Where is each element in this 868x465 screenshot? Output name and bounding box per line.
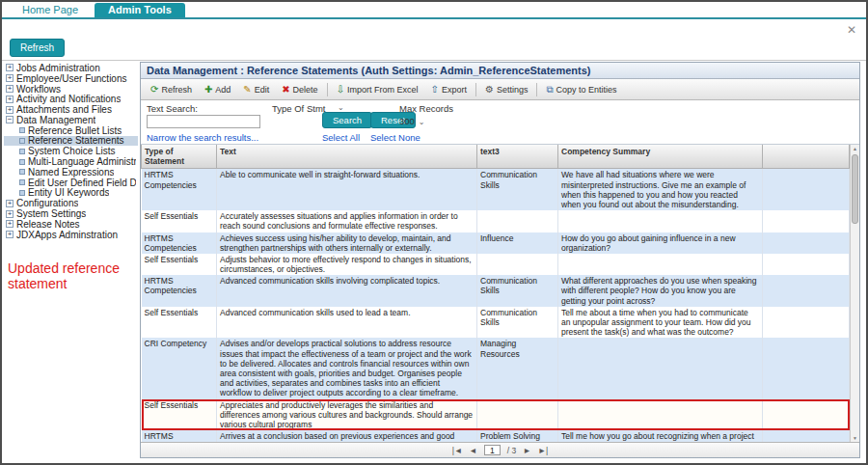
column-header-type-of-statement[interactable]: Type of Statement	[142, 145, 217, 169]
copy-to-entities-button[interactable]: ⧉Copy to Entities	[540, 83, 622, 96]
tab-admin-tools[interactable]: Admin Tools	[95, 3, 185, 17]
column-header-text[interactable]: Text	[217, 145, 477, 169]
sidebar-item-label: Edit User Defined Field Definitions	[28, 178, 136, 188]
sidebar-item-jdxapps-adminstration[interactable]: +JDXApps Adminstration	[4, 230, 138, 240]
toolbar-button-label: Import From Excel	[347, 85, 419, 95]
table-cell: Able to communicate well in straight-for…	[217, 169, 477, 210]
first-page-button[interactable]: |◄	[452, 446, 463, 455]
edit-button[interactable]: ✎Edit	[237, 83, 275, 96]
settings-button[interactable]: ⚙Settings	[479, 83, 534, 96]
expand-icon[interactable]: +	[6, 74, 14, 82]
select-none-link[interactable]: Select None	[370, 132, 420, 143]
max-records-select[interactable]: 300⌄	[399, 116, 425, 126]
expand-icon[interactable]: +	[6, 231, 14, 238]
sidebar-item-label: Data Management	[16, 115, 95, 125]
sidebar-item-reference-statements[interactable]: Reference Statements	[4, 136, 138, 147]
column-header-text3[interactable]: text3	[477, 145, 558, 169]
table-row[interactable]: HRTMS CompetenciesArrives at a conclusio…	[142, 430, 850, 442]
vertical-scrollbar[interactable]: ▲ ▼	[850, 145, 859, 442]
sidebar-item-data-management[interactable]: −Data Management	[4, 115, 138, 125]
table-cell	[763, 210, 850, 232]
sidebar-item-multi-language-administration[interactable]: Multi-Language Administration	[4, 156, 138, 167]
tab-home-page[interactable]: Home Page	[8, 3, 93, 17]
table-row[interactable]: HRTMS CompetenciesAdvanced communication…	[142, 275, 850, 307]
column-header-blank[interactable]	[763, 145, 850, 169]
export-button[interactable]: ⇧Export	[425, 83, 473, 96]
sidebar-item-system-choice-lists[interactable]: System Choice Lists	[4, 146, 138, 156]
app-window: Home Page Admin Tools ✕ Refresh +Jobs Ad…	[0, 0, 868, 465]
sidebar-item-label: Release Notes	[16, 219, 80, 230]
edit-icon: ✎	[243, 85, 251, 95]
toolbar: ⟳Refresh✚Add✎Edit✖Delete⇩Import From Exc…	[141, 79, 859, 100]
chevron-down-icon: ⌄	[419, 118, 425, 126]
table-cell: What different approaches do you use whe…	[558, 275, 763, 307]
import-from-excel-button[interactable]: ⇩Import From Excel	[331, 83, 424, 96]
copy-icon: ⧉	[546, 85, 553, 95]
expand-icon[interactable]: +	[6, 106, 14, 114]
expand-icon[interactable]: +	[6, 85, 14, 93]
table-cell	[558, 399, 763, 431]
expand-icon[interactable]: +	[6, 64, 14, 71]
grid-header-row: Type of StatementTexttext3Competency Sum…	[142, 145, 850, 169]
grid-body: HRTMS CompetenciesAble to communicate we…	[142, 169, 850, 442]
type-of-stmt-select[interactable]: ⌄	[334, 102, 349, 112]
refresh-page-button[interactable]: Refresh	[10, 39, 65, 57]
sidebar-item-attachments-and-files[interactable]: +Attachments and Files	[4, 104, 138, 115]
table-row[interactable]: CRI CompetencyAdvises and/or develops pr…	[142, 338, 850, 398]
page-number-input[interactable]: 1	[484, 445, 501, 455]
scroll-down-icon[interactable]: ▼	[851, 435, 859, 441]
next-page-button[interactable]: ►	[523, 446, 530, 455]
scrollbar-thumb[interactable]	[852, 154, 858, 224]
table-row[interactable]: HRTMS CompetenciesAble to communicate we…	[142, 169, 850, 210]
table-cell: Accurately assesses situations and appli…	[217, 210, 477, 232]
narrow-results-link[interactable]: Narrow the search results...	[147, 132, 258, 143]
sidebar-item-label: Reference Bullet Lists	[28, 125, 122, 136]
expand-icon[interactable]: +	[6, 200, 14, 207]
table-row[interactable]: Self EssentialsAdjusts behavior to more …	[142, 254, 850, 275]
max-records-value: 300	[399, 116, 415, 126]
table-cell	[477, 210, 558, 232]
sidebar-item-workflows[interactable]: +Workflows	[4, 84, 138, 95]
refresh-button[interactable]: ⟳Refresh	[145, 83, 198, 96]
expand-icon[interactable]: +	[6, 220, 14, 228]
expand-icon[interactable]: +	[6, 96, 14, 103]
table-cell: We have all had situations where we were…	[558, 169, 763, 210]
column-header-competency-summary[interactable]: Competency Summary	[558, 145, 763, 169]
sidebar-item-activity-and-notifications[interactable]: +Activity and Notifications	[4, 94, 138, 104]
table-cell: Adjusts behavior to more effectively res…	[217, 254, 477, 275]
last-page-button[interactable]: ►|	[538, 446, 549, 455]
sidebar-item-jobs-administration[interactable]: +Jobs Administration	[4, 63, 138, 73]
sidebar-item-system-settings[interactable]: +System Settings	[4, 208, 138, 219]
sidebar-item-configurations[interactable]: +Configurations	[4, 198, 138, 208]
text-search-input[interactable]	[147, 115, 260, 128]
sidebar-item-named-expressions[interactable]: Named Expressions	[4, 167, 138, 178]
table-row[interactable]: HRTMS CompetenciesAchieves success using…	[142, 232, 850, 254]
table-cell	[477, 399, 558, 431]
table-cell	[763, 275, 850, 307]
sidebar-item-employee-user-functions[interactable]: +Employee/User Functions	[4, 73, 138, 84]
expand-icon[interactable]: +	[6, 210, 14, 218]
sidebar-item-entity-ui-keywords[interactable]: Entity UI Keywords	[4, 188, 138, 199]
sidebar-item-release-notes[interactable]: +Release Notes	[4, 219, 138, 230]
delete-button[interactable]: ✖Delete	[276, 83, 323, 96]
sidebar-item-label: System Settings	[16, 208, 86, 219]
add-button[interactable]: ✚Add	[199, 83, 236, 96]
search-button[interactable]: Search	[322, 112, 372, 128]
sidebar-item-edit-user-defined-field-definitions[interactable]: Edit User Defined Field Definitions	[4, 178, 138, 188]
collapse-icon[interactable]: −	[6, 116, 14, 123]
table-cell	[763, 254, 850, 275]
tree-leaf-icon	[19, 190, 25, 196]
sidebar-item-label: Workflows	[16, 84, 61, 95]
table-row[interactable]: Self EssentialsAppreciates and productiv…	[142, 399, 850, 431]
sidebar-item-reference-bullet-lists[interactable]: Reference Bullet Lists	[4, 125, 138, 136]
table-row[interactable]: Self EssentialsAdvanced communication sk…	[142, 307, 850, 339]
prev-page-button[interactable]: ◄	[469, 446, 476, 455]
close-icon[interactable]: ✕	[847, 23, 856, 37]
table-cell	[558, 254, 763, 275]
grid: Type of StatementTexttext3Competency Sum…	[141, 145, 859, 442]
tree-leaf-icon	[19, 159, 25, 165]
select-all-link[interactable]: Select All	[322, 132, 360, 143]
table-row[interactable]: Self EssentialsAccurately assesses situa…	[142, 210, 850, 232]
sidebar-item-label: Attachments and Files	[16, 104, 112, 115]
scroll-up-icon[interactable]: ▲	[851, 146, 859, 151]
